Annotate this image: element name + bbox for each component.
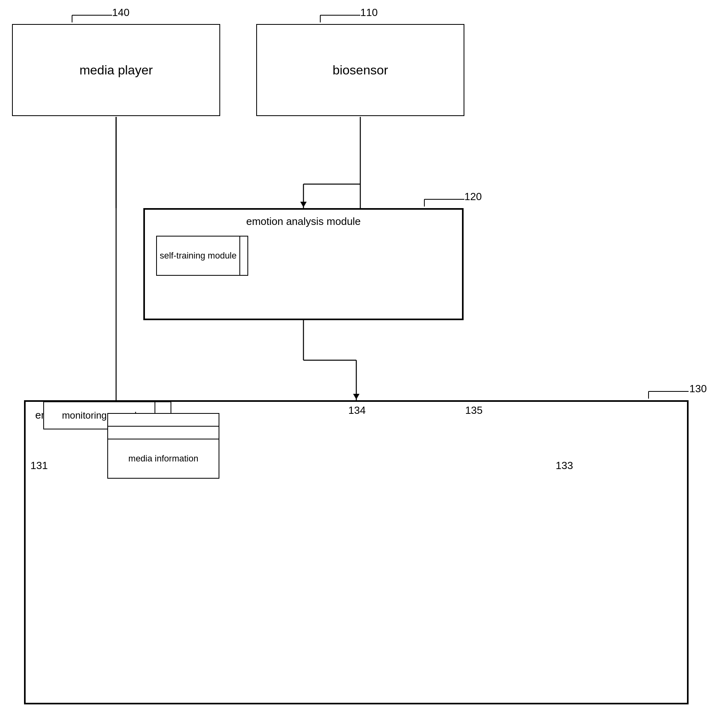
media-player-box: media player	[12, 24, 220, 116]
ref-120-text: 120	[464, 191, 482, 203]
biosensor-label: biosensor	[333, 63, 388, 78]
self-training-box: self-training module	[156, 236, 240, 276]
emotion-analysis-box: emotion analysis module 3D emotional coo…	[143, 208, 464, 320]
svg-marker-9	[300, 202, 307, 207]
emotion-database-box: emotion database 132 medical advice moni…	[24, 400, 689, 704]
ref-135-text: 135	[465, 404, 482, 416]
ref-110-text: 110	[360, 6, 378, 18]
ref-110: 110	[360, 6, 378, 19]
media-player-label: media player	[79, 63, 153, 78]
ref-131: 131	[30, 459, 48, 472]
ref-120: 120	[464, 191, 482, 203]
biosensor-box: biosensor	[256, 24, 464, 116]
ref-135: 135	[465, 404, 482, 417]
ref-130-text: 130	[689, 383, 707, 395]
media-info-label-row3: media information	[129, 453, 199, 465]
emotion-analysis-label: emotion analysis module	[152, 215, 455, 228]
ref-140-text: 140	[112, 6, 129, 18]
ref-134-text: 134	[348, 404, 366, 416]
ref-133-text: 133	[556, 459, 573, 471]
svg-marker-10	[353, 394, 360, 399]
self-training-label: self-training module	[160, 250, 237, 262]
ref-134: 134	[348, 404, 366, 417]
media-info-row3: media information	[107, 439, 219, 479]
ref-131-text: 131	[30, 459, 48, 471]
ref-140: 140	[112, 6, 129, 19]
diagram-container: media player 140 biosensor 110 emotion a…	[0, 0, 719, 728]
ref-133: 133	[556, 459, 573, 472]
ref-130: 130	[689, 383, 707, 395]
